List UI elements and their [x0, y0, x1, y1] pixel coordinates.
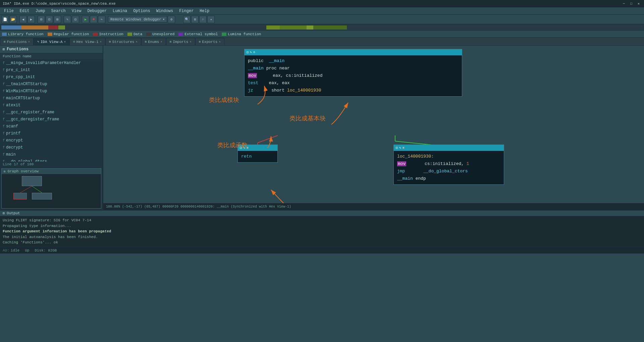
legend-label: Data [133, 32, 142, 36]
output-content: Using FLIRT signature: SIG for VC04 7-14… [0, 216, 644, 247]
tab-close-btn[interactable]: ✕ [28, 40, 30, 44]
function-icon: f [3, 153, 5, 157]
close-button[interactable]: ✕ [636, 1, 641, 6]
menu-item-file[interactable]: File [1, 8, 16, 14]
function-item-mingw_invalidParameterHandler[interactable]: f__mingw_invalidParameterHandler [0, 60, 103, 67]
menu-bar: FileEditJumpSearchViewDebuggerLuminaOpti… [0, 7, 644, 15]
graph-node-right: ⊡✎≡ loc_140001930: mov cs:initialized, 1… [393, 145, 504, 185]
status-status: Up [25, 248, 29, 252]
function-item-pre_cpp_init[interactable]: fpre_cpp_init [0, 74, 103, 81]
function-name: __do_global_dtors [6, 159, 47, 162]
function-icon: f [3, 75, 5, 79]
menu-item-jump[interactable]: Jump [33, 8, 48, 14]
function-item-atexit[interactable]: fatexit [0, 102, 103, 109]
function-icon: f [3, 146, 5, 150]
function-name: main [6, 152, 16, 157]
tab-hex-view-1[interactable]: ⊡Hex View-1✕ [69, 38, 105, 45]
functions-title: Functions [7, 47, 29, 52]
legend-label: Library function [8, 32, 44, 36]
title-text: IDA* IDA.exe D:\code_space\vscode_space_… [3, 2, 116, 6]
toolbar-btn-1[interactable]: ⊞ [38, 16, 45, 23]
tab-enums[interactable]: ⊞Enums✕ [141, 38, 166, 45]
debugger-dropdown[interactable]: Remote Windows debugger▾ [108, 16, 167, 22]
legend-label: Lumina function [228, 32, 261, 36]
function-item-gcc_register_frame[interactable]: f__gcc_register_frame [0, 109, 103, 116]
toolbar-btn-5[interactable]: ⊡ [72, 16, 79, 23]
menu-item-view[interactable]: View [69, 8, 84, 14]
toolbar-btn-2[interactable]: ⊟ [46, 16, 53, 23]
function-item-gcc_deregister_frame[interactable]: f__gcc_deregister_frame [0, 116, 103, 123]
function-name: encrypt [6, 138, 23, 143]
toolbar-btn-a[interactable]: ⚙ [168, 16, 175, 23]
menu-item-windows[interactable]: Windows [154, 8, 176, 14]
tab-icon: ⊞ [199, 40, 201, 44]
tab-exports[interactable]: ⊞Exports✕ [195, 38, 224, 45]
function-item-mainCRTStartup[interactable]: fmainCRTStartup [0, 95, 103, 102]
menu-item-debugger[interactable]: Debugger [85, 8, 109, 14]
function-name: __tmainCRTStartup [6, 82, 47, 87]
minimize-button[interactable]: ─ [621, 1, 627, 6]
legend-label: External symbol [184, 32, 218, 36]
menu-item-lumina[interactable]: Lumina [110, 8, 130, 14]
output-line-3: Function argument information has been p… [3, 229, 641, 234]
toolbar-btn-d[interactable]: ⚐ [199, 16, 207, 23]
menu-item-search[interactable]: Search [48, 8, 68, 14]
title-bar: IDA* IDA.exe D:\code_space\vscode_space_… [0, 0, 644, 7]
menu-item-options[interactable]: Options [130, 8, 153, 14]
function-name: pre_cpp_init [6, 75, 35, 79]
toolbar-btn-3[interactable]: ⊠ [54, 16, 61, 23]
tab-ida-view-a[interactable]: ✎IDA View-A✕ [34, 38, 69, 45]
menu-item-edit[interactable]: Edit [17, 8, 32, 14]
tab-imports[interactable]: ⊞Imports✕ [166, 38, 195, 45]
toolbar-btn-4[interactable]: ✎ [64, 16, 71, 23]
function-item-printf[interactable]: fprintf [0, 130, 103, 137]
tab-close-btn[interactable]: ✕ [136, 40, 137, 44]
toolbar-btn-stop[interactable]: ■ [90, 16, 97, 23]
tab-close-btn[interactable]: ✕ [100, 40, 102, 44]
function-item-pre_c_init[interactable]: fpre_c_init [0, 67, 103, 74]
tab-close-btn[interactable]: ✕ [190, 40, 191, 44]
maximize-button[interactable]: □ [629, 1, 634, 6]
tab-close-btn[interactable]: ✕ [64, 40, 66, 44]
function-item-encrypt[interactable]: fencrypt [0, 137, 103, 144]
output-section: ⊞ Output Using FLIRT signature: SIG for … [0, 210, 644, 247]
toolbar-btn-e[interactable]: ✦ [207, 16, 215, 23]
function-item-main[interactable]: fmain [0, 151, 103, 158]
tab-close-btn[interactable]: ✕ [219, 40, 220, 44]
tab-functions[interactable]: ⊞Functions✕ [0, 38, 34, 45]
tab-icon: ✎ [37, 40, 39, 44]
function-item-do_global_dtors[interactable]: f__do_global_dtors [0, 158, 103, 162]
toolbar-btn-run[interactable]: ▶ [82, 16, 89, 23]
toolbar-btn-c[interactable]: ⊞ [191, 16, 199, 23]
tab-label: Enums [148, 40, 159, 44]
graph-node-left: ⊡✎≡ retn [237, 145, 278, 163]
toolbar-btn-step[interactable]: ↷ [98, 16, 105, 23]
function-item-tmainCRTStartup[interactable]: f__tmainCRTStartup [0, 81, 103, 88]
function-item-WinMainCRTStartup[interactable]: fWinMainCRTStartup [0, 88, 103, 95]
tab-label: Functions [7, 40, 26, 44]
legend-item-external-symbol: External symbol [178, 32, 218, 36]
tab-close-btn[interactable]: ✕ [160, 40, 162, 44]
graph-view[interactable]: ⊡✎≡ public __main __main proc near mov e… [103, 46, 644, 210]
progress-bar-area [0, 24, 644, 31]
function-icon: f [3, 90, 5, 93]
function-icon: f [3, 111, 5, 114]
menu-item-help[interactable]: Help [197, 8, 212, 14]
function-list[interactable]: f__mingw_invalidParameterHandlerfpre_c_i… [0, 60, 103, 162]
output-lang: Python [3, 246, 641, 247]
toolbar-btn-forward[interactable]: ▶ [28, 16, 35, 23]
function-name: __mingw_invalidParameterHandler [6, 61, 81, 65]
function-item-scanf[interactable]: fscanf [0, 123, 103, 130]
tab-structures[interactable]: ⊞Structures✕ [105, 38, 141, 45]
toolbar-btn-open[interactable]: 📂 [9, 16, 17, 23]
tab-label: IDA View-A [41, 40, 63, 44]
menu-item-finger[interactable]: Finger [176, 8, 196, 14]
function-name: printf [6, 131, 20, 136]
toolbar-btn-new[interactable]: 📄 [1, 16, 9, 23]
output-title: Output [7, 211, 20, 215]
toolbar-btn-back[interactable]: ◀ [19, 16, 27, 23]
progress-bar [1, 25, 643, 30]
toolbar-btn-b[interactable]: 🔍 [183, 16, 191, 23]
graph-node-right-content: loc_140001930: mov cs:initialized, 1 jmp… [394, 151, 504, 184]
function-item-decrypt[interactable]: fdecrypt [0, 144, 103, 151]
